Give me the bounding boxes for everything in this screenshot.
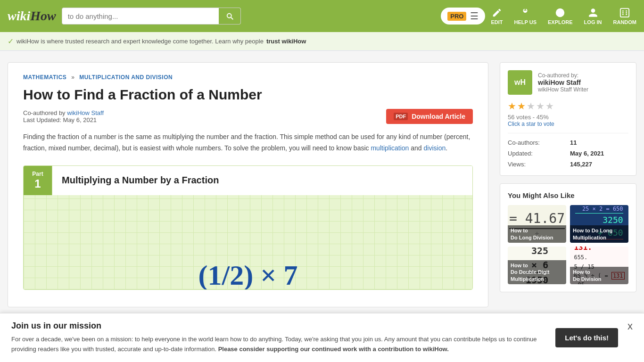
coauthors-label: Co-authors: <box>508 139 566 146</box>
star-5[interactable]: ★ <box>545 101 555 111</box>
nav-help-us[interactable]: HELP US <box>514 8 537 25</box>
nav-edit-label: EDIT <box>491 19 503 25</box>
part-title-area: Multiplying a Number by a Fraction <box>52 166 472 195</box>
part-label: Part <box>32 171 43 177</box>
pro-menu-button[interactable]: PRO ☰ <box>441 8 485 25</box>
nav-helpus-label: HELP US <box>514 19 537 25</box>
svg-point-7 <box>622 12 624 13</box>
pdf-icon: PDF <box>394 113 408 120</box>
coauthors-value: 11 <box>570 139 628 146</box>
multiplication-link[interactable]: multiplication <box>371 144 409 152</box>
views-label: Views: <box>508 161 566 168</box>
breadcrumb-cat[interactable]: MATHEMATICS <box>23 74 66 81</box>
compass-icon <box>555 8 565 18</box>
article-image-text: (1/2) × 7 <box>198 261 298 289</box>
related-item-long-mult[interactable]: 25 × 10 = 3250 25 × 2 = 650 3250 + 650 3… <box>570 205 628 243</box>
views-value: 145,227 <box>570 161 628 168</box>
hamburger-icon: ☰ <box>470 10 479 22</box>
breadcrumb: MATHEMATICS » MULTIPLICATION AND DIVISIO… <box>23 74 473 81</box>
star-3[interactable]: ★ <box>527 101 536 111</box>
sidebar-author-role: wikiHow Staff Writer <box>538 86 588 93</box>
click-star: Click a star to vote <box>508 121 628 127</box>
part-header: Part 1 Multiplying a Number by a Fractio… <box>24 166 472 195</box>
related-item-long-division[interactable]: = 41.67 ÷ How toDo Long Division <box>508 205 566 243</box>
related-label-division: How toDo Division <box>570 267 628 284</box>
nav-random-label: RANDOM <box>613 19 637 25</box>
download-button[interactable]: PDF Download Article <box>386 109 473 124</box>
nav-login-label: LOG IN <box>584 19 602 25</box>
main-layout: MATHEMATICS » MULTIPLICATION AND DIVISIO… <box>0 51 644 319</box>
article-author-link[interactable]: wikiHow Staff <box>67 109 104 116</box>
article-meta-left: Co-authored by wikiHow Staff Last Update… <box>23 109 104 123</box>
search-button[interactable] <box>219 8 240 24</box>
you-might-also-like: You Might Also Like = 41.67 ÷ How toDo L… <box>500 183 636 292</box>
star-2[interactable]: ★ <box>517 101 527 111</box>
author-card: wH Co-authored by: wikiHow Staff wikiHow… <box>500 62 636 176</box>
article-meta-row: Co-authored by wikiHow Staff Last Update… <box>23 109 473 124</box>
trust-link-text: trust wikiHow <box>266 38 306 45</box>
trust-checkmark: ✓ <box>8 37 14 46</box>
nav-random[interactable]: RANDOM <box>613 8 637 25</box>
nav-icons: EDIT HELP US EXPLORE LOG IN RANDOM <box>491 8 636 25</box>
download-btn-label: Download Article <box>412 113 465 120</box>
svg-point-6 <box>626 14 627 15</box>
cookie-banner: Join us in our mission For over a decade… <box>0 313 644 319</box>
svg-point-8 <box>626 12 627 13</box>
logo-wiki: wiki <box>8 8 30 24</box>
svg-rect-2 <box>620 8 629 16</box>
part-number: 1 <box>34 177 41 190</box>
part-badge: Part 1 <box>24 166 52 195</box>
pencil-icon <box>492 8 502 18</box>
star-rating[interactable]: ★★★★★ <box>508 100 628 112</box>
svg-point-4 <box>626 10 627 11</box>
search-icon <box>225 12 234 20</box>
pro-label: PRO <box>447 12 466 21</box>
header: wikiHow PRO ☰ EDIT HELP US EXPLORE LOG I… <box>0 0 644 32</box>
you-might-title: You Might Also Like <box>508 191 628 199</box>
part-section: Part 1 Multiplying a Number by a Fractio… <box>23 165 473 290</box>
nav-explore[interactable]: EXPLORE <box>548 8 573 25</box>
trust-text: wikiHow is where trusted research and ex… <box>17 38 264 45</box>
author-top: wH Co-authored by: wikiHow Staff wikiHow… <box>508 70 628 95</box>
star-4[interactable]: ★ <box>536 101 545 111</box>
nav-explore-label: EXPLORE <box>548 19 573 25</box>
svg-point-5 <box>622 14 624 15</box>
nav-login[interactable]: LOG IN <box>584 8 602 25</box>
logo-how: How <box>30 8 56 24</box>
star-1[interactable]: ★ <box>508 101 517 111</box>
coauthored-by-text: Co-authored by <box>23 109 67 116</box>
author-info: Co-authored by: wikiHow Staff wikiHow St… <box>538 72 588 93</box>
author-stats: Co-authors: 11 Updated: May 6, 2021 View… <box>508 133 628 168</box>
coauthored-label: Co-authored by: <box>538 72 588 79</box>
related-label-double-digit: How toDo Double Digit Multiplication <box>508 260 566 284</box>
last-updated: Last Updated: May 6, 2021 <box>23 116 104 123</box>
svg-point-3 <box>622 10 624 11</box>
breadcrumb-sep: » <box>71 74 74 81</box>
article-intro: Finding the fraction of a number is the … <box>23 132 473 154</box>
search-input[interactable] <box>62 8 219 24</box>
related-label-long-division: How toDo Long Division <box>508 225 566 243</box>
related-grid: = 41.67 ÷ How toDo Long Division 25 × 10… <box>508 205 628 284</box>
trust-link[interactable]: trust wikiHow <box>266 38 306 45</box>
author-avatar: wH <box>508 70 532 95</box>
votes-text: 56 votes - 45% <box>508 114 628 121</box>
part-title: Multiplying a Number by a Fraction <box>62 175 219 186</box>
logo[interactable]: wikiHow <box>8 8 56 24</box>
sidebar: wH Co-authored by: wikiHow Staff wikiHow… <box>500 62 636 307</box>
breadcrumb-sub[interactable]: MULTIPLICATION AND DIVISION <box>79 74 173 81</box>
nav-edit[interactable]: EDIT <box>491 8 503 25</box>
division-link[interactable]: division <box>424 144 446 152</box>
updated-value: May 6, 2021 <box>570 150 628 157</box>
person-icon <box>588 8 598 18</box>
related-item-division[interactable]: 131. 655. 5 / 15 65.5 ÷ ( = 131 05 How t… <box>570 247 628 284</box>
updated-label: Updated: <box>508 150 566 157</box>
sprout-icon <box>520 8 530 18</box>
related-item-double-digit[interactable]: 325 × 6 1950 How toDo Double Digit Multi… <box>508 247 566 284</box>
article-title: How to Find a Fraction of a Number <box>23 86 473 103</box>
article-area: MATHEMATICS » MULTIPLICATION AND DIVISIO… <box>8 62 488 307</box>
article-image: (1/2) × 7 <box>24 195 472 289</box>
dice-icon <box>619 8 630 18</box>
sidebar-author-name: wikiHow Staff <box>538 79 588 86</box>
search-form <box>62 8 241 25</box>
related-label-long-mult: How to Do LongMultiplication <box>570 225 628 243</box>
